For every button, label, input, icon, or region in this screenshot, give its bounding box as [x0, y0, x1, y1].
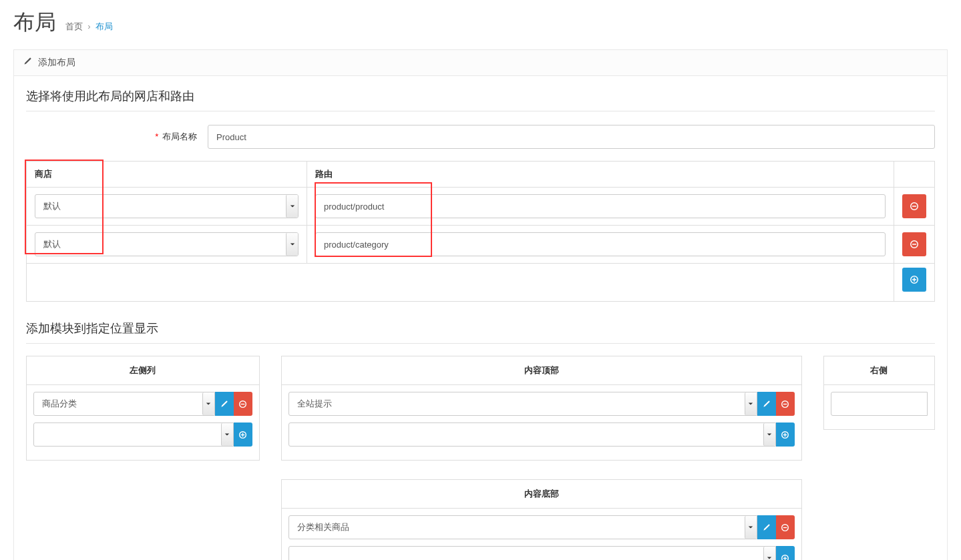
main-panel: 添加布局 选择将使用此布局的网店和路由 * 布局名称 商店 路由 — [13, 49, 948, 560]
row-layout-name: * 布局名称 — [26, 125, 935, 149]
caret-down-icon — [202, 392, 214, 415]
table-row: 默认 — [27, 188, 935, 226]
route-input-0[interactable] — [315, 194, 886, 218]
table-row: 默认 — [27, 226, 935, 264]
remove-row-button-1[interactable] — [902, 232, 926, 256]
edit-module-button[interactable] — [215, 392, 234, 416]
store-route-table: 商店 路由 默认 — [26, 161, 935, 302]
pencil-icon — [23, 57, 31, 67]
module-select-left-0[interactable]: 商品分类 — [33, 392, 215, 416]
add-module-button[interactable] — [776, 546, 795, 560]
modules-grid: 左侧列 商品分类 — [26, 356, 935, 560]
caret-down-icon — [286, 233, 298, 256]
module-column-left: 左侧列 商品分类 — [26, 356, 260, 461]
module-row: 全站提示 — [289, 392, 795, 416]
add-module-button[interactable] — [776, 423, 795, 447]
add-module-button[interactable] — [234, 423, 252, 447]
remove-module-button[interactable] — [234, 392, 252, 416]
caret-down-icon — [286, 195, 298, 218]
module-add-row — [289, 423, 795, 447]
store-select-0[interactable]: 默认 — [35, 194, 299, 218]
caret-down-icon — [763, 423, 775, 446]
col-route-header: 路由 — [307, 162, 894, 188]
module-column-content-bottom: 内容底部 分类相关商品 — [281, 479, 802, 560]
route-input-1[interactable] — [315, 232, 886, 256]
legend-modules: 添加模块到指定位置显示 — [26, 320, 935, 344]
module-add-select-top[interactable] — [289, 423, 776, 447]
module-left-header: 左侧列 — [27, 356, 259, 385]
module-add-row — [33, 423, 252, 447]
module-bottom-header: 内容底部 — [282, 480, 801, 509]
breadcrumb: 首页 布局 — [65, 21, 114, 33]
caret-down-icon — [763, 547, 775, 560]
module-add-row — [831, 392, 928, 416]
panel-heading: 添加布局 — [14, 50, 947, 76]
module-row: 分类相关商品 — [289, 515, 795, 539]
module-column-right: 右侧 — [823, 356, 935, 430]
col-action-header — [894, 162, 935, 188]
module-right-header: 右侧 — [823, 356, 935, 385]
required-asterisk: * — [155, 131, 158, 142]
breadcrumb-item-layout[interactable]: 布局 — [95, 21, 113, 31]
module-add-select-right[interactable] — [831, 392, 928, 416]
edit-module-button[interactable] — [757, 515, 776, 539]
add-row-button[interactable] — [902, 268, 926, 292]
remove-module-button[interactable] — [776, 392, 795, 416]
module-top-header: 内容顶部 — [282, 356, 801, 385]
remove-module-button[interactable] — [776, 515, 795, 539]
edit-module-button[interactable] — [757, 392, 776, 416]
col-store-header: 商店 — [27, 162, 307, 188]
page-header: 布局 首页 布局 — [0, 0, 961, 49]
panel-title: 添加布局 — [38, 57, 75, 67]
caret-down-icon — [745, 392, 757, 415]
caret-down-icon — [745, 516, 757, 539]
module-add-select-left[interactable] — [33, 423, 234, 447]
module-column-content-top: 内容顶部 全站提示 — [281, 356, 802, 461]
label-layout-name: * 布局名称 — [26, 131, 208, 143]
module-add-row — [289, 546, 795, 560]
breadcrumb-item-home[interactable]: 首页 — [65, 21, 83, 31]
layout-name-input[interactable] — [208, 125, 935, 149]
module-select-bottom-0[interactable]: 分类相关商品 — [289, 515, 757, 539]
caret-down-icon — [221, 423, 233, 446]
module-select-top-0[interactable]: 全站提示 — [289, 392, 757, 416]
module-add-select-bottom[interactable] — [289, 546, 776, 560]
module-row: 商品分类 — [33, 392, 252, 416]
add-row — [27, 264, 935, 302]
legend-stores-routes: 选择将使用此布局的网店和路由 — [26, 88, 935, 111]
remove-row-button-0[interactable] — [902, 194, 926, 218]
store-select-1[interactable]: 默认 — [35, 232, 299, 256]
page-title: 布局 — [13, 10, 56, 34]
